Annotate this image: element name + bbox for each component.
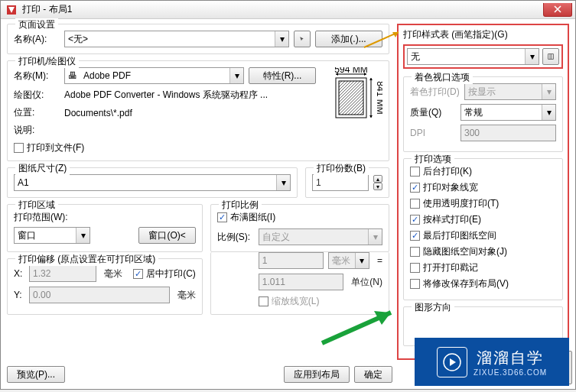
- add-button[interactable]: 添加(.)...: [315, 31, 382, 47]
- brand-watermark: 溜溜自学ZIXUE.3D66.COM: [415, 338, 569, 386]
- chevron-down-icon: ▾: [76, 228, 89, 243]
- option-1[interactable]: 打印对象线宽: [410, 181, 556, 194]
- quality-select[interactable]: 常规▾: [460, 104, 556, 121]
- ratio-label: 比例(S):: [217, 231, 254, 244]
- chevron-down-icon: ▾: [525, 49, 539, 64]
- preview-w-label: 594 MM: [334, 67, 367, 75]
- close-icon: [554, 5, 561, 13]
- chevron-down-icon: ▾: [229, 68, 243, 83]
- print-area-title: 打印区域: [15, 199, 58, 212]
- option-7[interactable]: 将修改保存到布局(V): [410, 277, 556, 290]
- desc-label: 说明:: [14, 124, 60, 137]
- plotter-value: Adobe PDF Converter - Windows 系统驱动程序 ...: [64, 89, 268, 102]
- edit-icon: [548, 52, 554, 61]
- checkbox-icon: [217, 212, 227, 222]
- print-options-group: 打印选项 后台打印(K)打印对象线宽使用透明度打印(T)按样式打印(E)最后打印…: [403, 158, 563, 300]
- checkbox-icon: [410, 167, 420, 177]
- option-5[interactable]: 隐藏图纸空间对象(J): [410, 245, 556, 258]
- printer-value: Adobe PDF: [80, 70, 229, 81]
- checkbox-icon: [410, 231, 420, 241]
- checkbox-icon: [259, 296, 268, 306]
- paper-size-group: 图纸尺寸(Z) A1 ▾: [7, 167, 298, 198]
- copies-input[interactable]: [312, 174, 369, 191]
- window-title: 打印 - 布局1: [22, 3, 72, 16]
- plot-style-select[interactable]: 无▾: [407, 48, 539, 65]
- checkbox-icon: [410, 183, 420, 193]
- copies-group: 打印份数(B) ▴▾: [305, 167, 389, 198]
- shade-group: 着色视口选项 着色打印(D)按显示▾ 质量(Q)常规▾ DPI: [403, 76, 563, 152]
- printer-group: 打印机/绘图仪 名称(M): 🖶 Adobe PDF ▾ 特性(R)... 绘图…: [7, 60, 389, 161]
- app-icon: [5, 4, 18, 16]
- right-highlight-region: 打印样式表 (画笔指定)(G) 无▾ 着色视口选项 着色打印(D)按显示▾ 质量…: [397, 24, 569, 360]
- checkbox-icon: [133, 269, 143, 279]
- checkbox-icon: [410, 199, 420, 209]
- paper-preview: 594 MM 841 MM: [322, 67, 382, 121]
- plot-style-title: 打印样式表 (画笔指定)(G): [403, 28, 563, 41]
- option-2[interactable]: 使用透明度打印(T): [410, 197, 556, 210]
- window-pick-button[interactable]: 窗口(O)<: [138, 227, 195, 244]
- chevron-down-icon: ▾: [275, 31, 288, 47]
- scale-title: 打印比例: [219, 199, 262, 212]
- pointer-icon: [299, 34, 305, 44]
- spin-down[interactable]: ▾: [373, 183, 382, 190]
- print-to-file-label: 打印到文件(F): [27, 141, 84, 154]
- option-0[interactable]: 后台打印(K): [410, 165, 556, 178]
- name-a-select[interactable]: <无> ▾: [64, 31, 289, 47]
- checkbox-icon: [14, 143, 24, 153]
- ok-button[interactable]: 确定: [354, 366, 392, 383]
- center-checkbox[interactable]: 居中打印(C): [133, 267, 196, 280]
- printer-group-title: 打印机/绘图仪: [15, 55, 79, 68]
- printer-select[interactable]: 🖶 Adobe PDF ▾: [64, 67, 244, 84]
- name-a-value: <无>: [65, 33, 275, 46]
- name-a-label: 名称(A):: [14, 33, 60, 46]
- name-m-label: 名称(M):: [14, 70, 60, 83]
- spin-up[interactable]: ▴: [373, 175, 382, 183]
- paper-size-title: 图纸尺寸(Z): [15, 162, 70, 175]
- location-label: 位置:: [14, 106, 60, 119]
- fit-to-paper-checkbox[interactable]: 布满图纸(I): [217, 211, 382, 224]
- close-button[interactable]: [543, 3, 572, 17]
- chevron-down-icon: ▾: [276, 175, 290, 190]
- x-label: X:: [14, 268, 24, 279]
- paper-size-select[interactable]: A1 ▾: [14, 174, 291, 191]
- range-value: 窗口: [15, 229, 76, 242]
- preview-button[interactable]: 预览(P)...: [7, 366, 65, 383]
- option-6[interactable]: 打开打印戳记: [410, 261, 556, 274]
- checkbox-icon: [410, 263, 420, 273]
- info-button[interactable]: [294, 31, 311, 47]
- y-label: Y:: [14, 290, 24, 300]
- brand-logo-icon: [437, 347, 467, 377]
- option-3[interactable]: 按样式打印(E): [410, 213, 556, 226]
- shade-title: 着色视口选项: [412, 71, 473, 84]
- print-to-file-checkbox[interactable]: 打印到文件(F): [14, 141, 316, 154]
- scale-lineweight-checkbox: 缩放线宽(L): [259, 295, 320, 308]
- x-input: [29, 265, 96, 282]
- plot-style-edit-button[interactable]: [542, 48, 559, 65]
- scale-num1: [259, 252, 324, 269]
- apply-button[interactable]: 应用到布局: [284, 366, 350, 383]
- dpi-input: [460, 125, 556, 141]
- ratio-select: 自定义▾: [259, 228, 382, 245]
- page-setting-group: 页面设置 名称(A): <无> ▾ 添加(.)...: [7, 24, 389, 54]
- chevron-down-icon: ▾: [542, 84, 555, 99]
- scale-num2: [259, 274, 344, 290]
- range-select[interactable]: 窗口 ▾: [14, 227, 90, 244]
- checkbox-icon: [410, 247, 420, 257]
- offset-group: 打印偏移 (原点设置在可打印区域) X: 毫米 居中打印(C) Y: 毫米: [7, 258, 203, 315]
- option-4[interactable]: 最后打印图纸空间: [410, 229, 556, 242]
- location-value: Documents\*.pdf: [64, 108, 132, 118]
- print-options-title: 打印选项: [412, 153, 454, 166]
- copies-title: 打印份数(B): [314, 162, 369, 175]
- shade-mode-select: 按显示▾: [464, 83, 556, 100]
- page-setting-title: 页面设置: [15, 18, 58, 31]
- chevron-down-icon: ▾: [355, 253, 369, 268]
- offset-title: 打印偏移 (原点设置在可打印区域): [15, 253, 158, 266]
- preview-h-label: 841 MM: [375, 81, 382, 114]
- checkbox-icon: [410, 215, 420, 225]
- properties-button[interactable]: 特性(R)...: [249, 67, 316, 84]
- scale-unit1: 毫米▾: [328, 252, 369, 269]
- scale-values: 毫米▾ = 单位(N) 缩放线宽(L): [210, 252, 389, 315]
- orientation-title: 图形方向: [412, 301, 454, 314]
- range-label: 打印范围(W):: [14, 211, 196, 224]
- print-area-group: 打印区域 打印范围(W): 窗口 ▾ 窗口(O)<: [7, 204, 203, 252]
